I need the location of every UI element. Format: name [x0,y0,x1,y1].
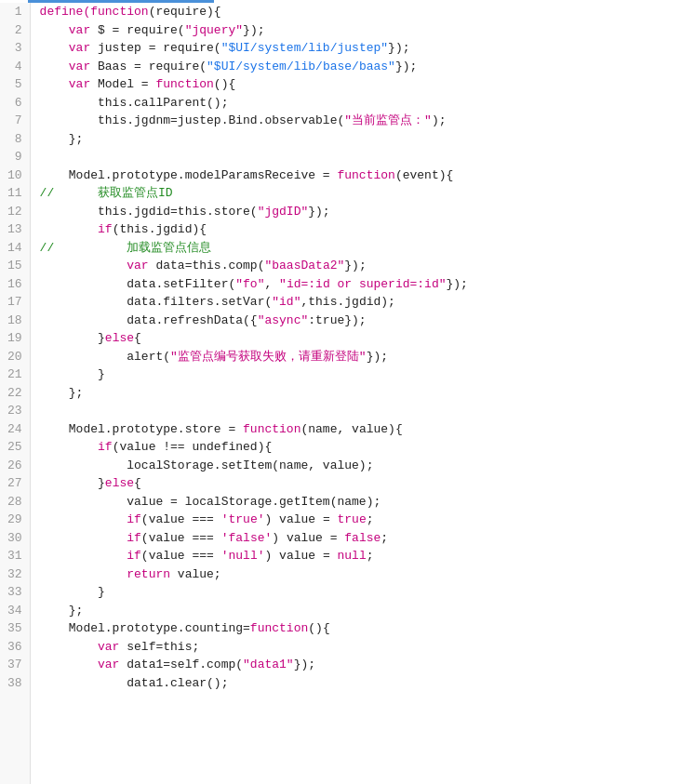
line-number: 2 [7,21,22,40]
code-line [40,148,672,166]
code-content[interactable]: define(function(require){ var $ = requir… [31,3,681,784]
token-plain: Model.prototype.store = [40,422,243,436]
token-plain: ; [367,549,374,563]
token-cn-str: "当前监管点：" [344,113,432,127]
token-kw: var [40,640,120,654]
token-plain: }); [447,277,468,291]
token-plain: data.refreshData({ [40,313,258,327]
token-str: "async" [258,313,309,327]
token-plain: } [40,476,105,490]
code-line: var data=this.comp("baasData2"}); [40,257,672,275]
line-number: 29 [7,511,22,529]
token-kw: function [243,422,300,436]
code-line: if(value === 'null') value = null; [40,547,672,565]
code-line: // 获取监管点ID [40,184,672,203]
line-number: 12 [7,203,22,221]
line-number: 14 [7,239,22,258]
code-line: var Model = function(){ [40,75,672,94]
code-line: alert("监管点编号获取失败，请重新登陆"}); [40,348,672,366]
token-plain: (value !== undefined){ [113,440,273,454]
line-number: 8 [7,130,22,149]
token-kw: else [105,331,134,345]
token-plain: ) value = [264,549,337,563]
token-kw: if [98,440,113,454]
code-line: }; [40,384,672,403]
token-plain: }); [344,259,366,272]
token-plain: data.filters.setVar( [40,295,273,309]
token-kw: false [344,531,381,545]
code-line: data1.clear(); [40,674,672,693]
token-plain [40,549,127,563]
token-plain [40,567,127,581]
token-plain: (this.jgdid){ [113,222,207,236]
token-kw: return [127,567,170,581]
line-numbers: 1234567891011121314151617181920212223242… [0,3,31,784]
line-number: 33 [7,583,22,602]
token-plain: this.callParent(); [40,96,229,110]
token-plain [40,531,127,545]
line-number: 26 [7,457,22,475]
token-plain: }); [243,23,264,37]
token-cn-str: 编号 [214,350,238,364]
line-number: 37 [7,656,22,674]
token-plain: (value === [141,512,221,526]
token-plain: Model.prototype.counting= [40,621,250,635]
line-number: 31 [7,547,22,565]
line-number: 17 [7,293,22,312]
token-str: "baasData2" [264,259,344,272]
code-line: localStorage.setItem(name, value); [40,457,672,475]
token-plain [40,512,127,526]
line-number: 18 [7,312,22,330]
token-plain: ( [199,60,207,73]
token-plain: ( [214,41,221,55]
token-kw: function [337,168,394,182]
token-kw: var [40,259,149,272]
token-plain: data1=self.comp( [119,658,243,671]
token-plain: (require){ [149,5,221,19]
token-plain: ; [367,512,374,526]
line-number: 24 [7,420,22,439]
code-line: define(function(require){ [40,3,672,21]
token-plain: }; [40,386,84,400]
code-line: var Baas = require("$UI/system/lib/base/… [40,58,672,76]
line-number: 22 [7,384,22,403]
token-plain: } [40,331,105,345]
token-str-blue: "$UI/system/lib/base/baas" [207,60,395,73]
token-plain: (){ [308,621,329,635]
token-kw: if [127,531,141,545]
token-plain: value = localStorage.getItem(name); [40,495,381,509]
line-number: 11 [7,184,22,203]
token-kw: function [250,621,308,635]
token-comment: // 获取监管点ID [40,186,173,200]
line-number: 3 [7,39,22,58]
token-plain [40,440,98,454]
token-plain: }); [294,658,315,671]
token-kw: var [40,60,91,73]
token-plain: this.jgdid=this.store( [40,205,258,219]
token-kw: var [40,41,91,55]
line-number: 10 [7,166,22,185]
code-line: value = localStorage.getItem(name); [40,493,672,512]
token-plain: data1.clear(); [40,676,229,690]
line-number: 20 [7,348,22,366]
token-plain [40,222,98,236]
token-kw: if [127,512,141,526]
code-line: return value; [40,565,672,584]
token-plain: (value === [141,531,221,545]
code-line: data.refreshData({"async":true}); [40,312,672,330]
token-plain: localStorage.setItem(name, value); [40,458,374,472]
line-number: 15 [7,257,22,275]
token-plain: } [40,585,105,599]
token-plain: (value === [141,549,221,563]
token-kw: var [40,658,120,671]
token-kw: var [40,23,91,37]
token-plain: }; [40,132,84,146]
code-line: Model.prototype.modelParamsReceive = fun… [40,166,672,185]
token-kw: if [98,222,113,236]
token-plain: (event){ [395,168,453,182]
token-plain: }); [395,60,417,73]
token-str: "id=:id or superid=:id" [279,277,446,291]
token-plain: ( [178,23,185,37]
token-comment: // 加载监管点信息 [40,241,212,255]
token-kw: function [155,77,213,91]
